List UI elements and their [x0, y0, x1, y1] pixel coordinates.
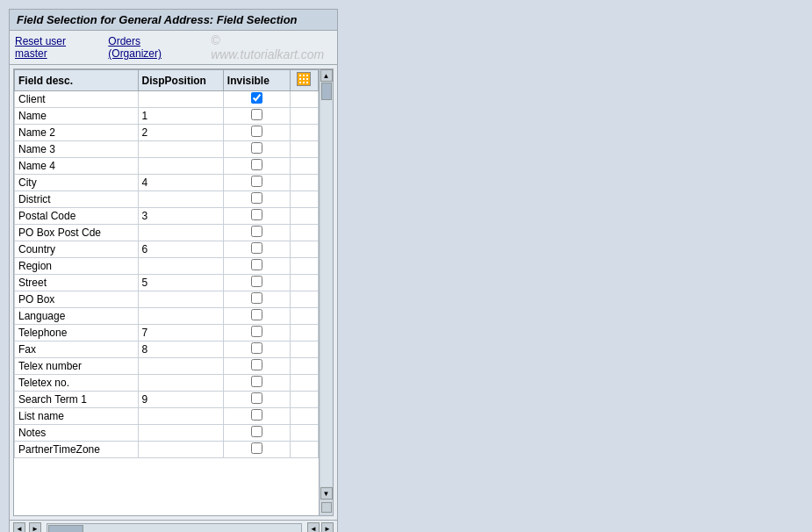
table-row: Client: [15, 91, 319, 108]
nav-right-btn[interactable]: ►: [29, 522, 41, 532]
vertical-scrollbar[interactable]: ▲ ▼: [319, 69, 333, 515]
table-row: Name 4: [15, 158, 319, 175]
invisible-checkbox[interactable]: [251, 359, 262, 370]
scroll-thumb[interactable]: [321, 83, 332, 100]
invisible-cell[interactable]: [223, 225, 290, 241]
invisible-checkbox[interactable]: [251, 409, 262, 421]
row-action-cell: [290, 425, 318, 442]
disp-position-cell: 7: [138, 325, 223, 341]
invisible-cell[interactable]: [223, 191, 290, 208]
row-action-cell: [290, 291, 318, 308]
row-action-cell: [290, 141, 318, 158]
menu-orders[interactable]: Orders (Organizer): [108, 35, 193, 60]
scroll-down-btn2[interactable]: [321, 502, 332, 513]
row-action-cell: [290, 208, 318, 225]
invisible-checkbox[interactable]: [251, 109, 262, 120]
disp-position-cell: [138, 425, 223, 442]
invisible-cell[interactable]: [223, 108, 290, 125]
field-selection-table: Field desc. DispPosition Invisible Clien…: [14, 69, 319, 458]
row-action-cell: [290, 275, 318, 291]
invisible-checkbox[interactable]: [251, 276, 262, 287]
invisible-checkbox[interactable]: [251, 92, 262, 104]
invisible-cell[interactable]: [223, 358, 290, 375]
disp-position-cell: [138, 91, 223, 108]
invisible-cell[interactable]: [223, 91, 290, 108]
invisible-checkbox[interactable]: [251, 392, 262, 404]
invisible-cell[interactable]: [223, 375, 290, 392]
invisible-cell[interactable]: [223, 341, 290, 358]
invisible-checkbox[interactable]: [251, 426, 262, 437]
row-action-cell: [290, 308, 318, 325]
invisible-cell[interactable]: [223, 275, 290, 291]
invisible-checkbox[interactable]: [251, 342, 262, 354]
row-action-cell: [290, 175, 318, 191]
invisible-cell[interactable]: [223, 258, 290, 275]
invisible-cell[interactable]: [223, 125, 290, 141]
col-disp-position: DispPosition: [138, 70, 223, 91]
invisible-cell[interactable]: [223, 392, 290, 408]
field-desc-cell: Name 4: [15, 158, 139, 175]
table-row: PO Box: [15, 291, 319, 308]
disp-position-cell: [138, 158, 223, 175]
invisible-cell[interactable]: [223, 208, 290, 225]
invisible-cell[interactable]: [223, 175, 290, 191]
menu-reset-user[interactable]: Reset user master: [15, 35, 97, 60]
scroll-up-button[interactable]: ▲: [320, 69, 333, 82]
row-action-cell: [290, 91, 318, 108]
disp-position-cell: 2: [138, 125, 223, 141]
invisible-checkbox[interactable]: [251, 192, 262, 204]
col-grid-icon[interactable]: [290, 70, 318, 91]
row-action-cell: [290, 191, 318, 208]
table-row: PartnerTimeZone: [15, 442, 319, 458]
invisible-checkbox[interactable]: [251, 142, 262, 154]
invisible-cell[interactable]: [223, 141, 290, 158]
invisible-cell[interactable]: [223, 308, 290, 325]
invisible-checkbox[interactable]: [251, 176, 262, 187]
invisible-checkbox[interactable]: [251, 259, 262, 270]
grid-settings-icon[interactable]: [297, 72, 311, 86]
invisible-checkbox[interactable]: [251, 209, 262, 220]
row-action-cell: [290, 442, 318, 458]
nav-next-btn[interactable]: ►: [321, 522, 334, 532]
invisible-checkbox[interactable]: [251, 159, 262, 170]
field-desc-cell: District: [15, 191, 139, 208]
field-desc-cell: Search Term 1: [15, 392, 139, 408]
table-row: Name1: [15, 108, 319, 125]
invisible-checkbox[interactable]: [251, 442, 262, 454]
table-row: Telex number: [15, 358, 319, 375]
row-action-cell: [290, 375, 318, 392]
scroll-down-button[interactable]: ▼: [320, 487, 333, 500]
field-desc-cell: PartnerTimeZone: [15, 442, 139, 458]
invisible-checkbox[interactable]: [251, 126, 262, 137]
menu-bar: Reset user master Orders (Organizer) © w…: [10, 31, 337, 65]
invisible-cell[interactable]: [223, 291, 290, 308]
invisible-checkbox[interactable]: [251, 326, 262, 337]
invisible-cell[interactable]: [223, 241, 290, 258]
hscroll-thumb[interactable]: [48, 525, 83, 532]
title-bar: Field Selection for General Address: Fie…: [10, 10, 337, 31]
row-action-cell: [290, 125, 318, 141]
field-desc-cell: Teletex no.: [15, 375, 139, 392]
disp-position-cell: 6: [138, 241, 223, 258]
invisible-cell[interactable]: [223, 408, 290, 425]
invisible-checkbox[interactable]: [251, 309, 262, 320]
table-scroll-area[interactable]: Field desc. DispPosition Invisible Clien…: [14, 69, 319, 458]
invisible-checkbox[interactable]: [251, 242, 262, 254]
row-action-cell: [290, 241, 318, 258]
hscroll-track[interactable]: [47, 523, 302, 532]
field-desc-cell: Region: [15, 258, 139, 275]
invisible-checkbox[interactable]: [251, 292, 262, 304]
invisible-cell[interactable]: [223, 442, 290, 458]
invisible-checkbox[interactable]: [251, 376, 262, 387]
disp-position-cell: 8: [138, 341, 223, 358]
invisible-cell[interactable]: [223, 158, 290, 175]
invisible-cell[interactable]: [223, 325, 290, 341]
disp-position-cell: [138, 442, 223, 458]
scroll-track[interactable]: [321, 83, 332, 486]
invisible-cell[interactable]: [223, 425, 290, 442]
nav-prev-btn[interactable]: ◄: [307, 522, 320, 532]
field-desc-cell: PO Box: [15, 291, 139, 308]
nav-left-btn[interactable]: ◄: [13, 522, 25, 532]
field-desc-cell: Notes: [15, 425, 139, 442]
invisible-checkbox[interactable]: [251, 226, 262, 237]
